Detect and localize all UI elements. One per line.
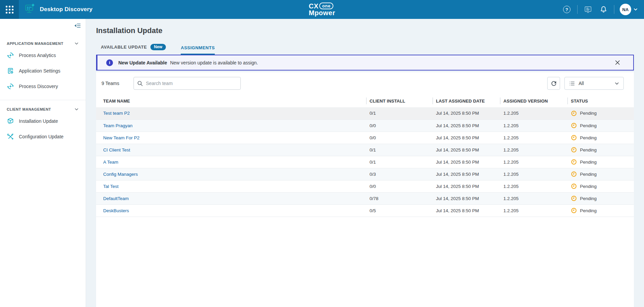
- last-assigned-date-cell: Jul 14, 2025 8:50 PM: [433, 119, 500, 132]
- table-row[interactable]: Team Pragyan 0/0 Jul 14, 2025 8:50 PM 1.…: [96, 119, 634, 132]
- table-row[interactable]: Test team P2 0/1 Jul 14, 2025 8:50 PM 1.…: [96, 107, 634, 119]
- app-launcher-button[interactable]: [0, 0, 19, 19]
- sidebar-item-installation-update[interactable]: Installation Update: [5, 114, 81, 129]
- team-link[interactable]: Test team P2: [103, 111, 130, 116]
- status-cell: Pending: [567, 144, 634, 156]
- bell-icon: [599, 5, 608, 13]
- status-cell: Pending: [567, 168, 634, 180]
- avatar: NA: [620, 4, 631, 15]
- column-header-status[interactable]: STATUS: [567, 94, 634, 107]
- team-link[interactable]: Tal Test: [103, 184, 119, 189]
- help-button[interactable]: ?: [562, 4, 572, 15]
- logo-mpower-text: Mpower: [309, 9, 335, 16]
- team-link[interactable]: New Team For P2: [103, 135, 140, 140]
- team-name-cell: A Team: [96, 156, 366, 168]
- search-icon: [137, 81, 143, 86]
- assigned-version-cell: 1.2.205: [500, 192, 567, 204]
- topbar-actions: ? NA: [562, 4, 644, 15]
- team-link[interactable]: DeskBusters: [103, 208, 129, 213]
- refresh-button[interactable]: [547, 77, 560, 90]
- pending-clock-icon: [571, 147, 577, 153]
- pending-clock-icon: [571, 183, 577, 189]
- status-cell: Pending: [567, 192, 634, 204]
- chevron-down-icon: [614, 81, 619, 86]
- filter-dropdown[interactable]: All: [564, 77, 624, 90]
- list-filter-icon: [569, 80, 575, 87]
- assigned-version-cell: 1.2.205: [500, 132, 567, 144]
- topbar-divider: [614, 5, 614, 14]
- section-label: CLIENT MANAGEMENT: [7, 107, 51, 111]
- chevron-down-icon: [74, 41, 79, 46]
- notifications-button[interactable]: [598, 4, 609, 15]
- status-cell: Pending: [567, 107, 634, 119]
- table-row[interactable]: DeskBusters 0/5 Jul 14, 2025 8:50 PM 1.2…: [96, 204, 634, 217]
- installation-update-icon: [7, 117, 14, 125]
- client-install-cell: 0/1: [366, 107, 433, 119]
- column-header-client-install[interactable]: CLIENT INSTALL: [366, 94, 433, 107]
- table-row[interactable]: DefaultTeam 0/78 Jul 14, 2025 8:50 PM 1.…: [96, 192, 634, 204]
- topbar-divider: [577, 5, 578, 14]
- cxone-mpower-logo: CX one Mpower: [309, 3, 335, 17]
- sidebar-collapse-button[interactable]: [74, 22, 81, 30]
- search-input[interactable]: [146, 81, 237, 86]
- status-label: Pending: [580, 196, 597, 201]
- section-header-client-management[interactable]: CLIENT MANAGEMENT: [5, 104, 81, 113]
- section-header-application-management[interactable]: APPLICATION MANAGEMENT: [5, 38, 81, 47]
- table-row[interactable]: Tal Test 0/0 Jul 14, 2025 8:50 PM 1.2.20…: [96, 180, 634, 192]
- table-row[interactable]: A Team 0/1 Jul 14, 2025 8:50 PM 1.2.205 …: [96, 156, 634, 168]
- column-header-assigned-version[interactable]: ASSIGNED VERSION: [500, 94, 567, 107]
- team-link[interactable]: Config Managers: [103, 172, 138, 177]
- last-assigned-date-cell: Jul 14, 2025 8:50 PM: [433, 144, 500, 156]
- banner-close-button[interactable]: [615, 60, 620, 65]
- sidebar-item-process-discovery[interactable]: Process Discovery: [5, 79, 81, 94]
- sidebar-item-configuration-update[interactable]: Configuration Update: [5, 129, 81, 144]
- app-title: Desktop Discovery: [40, 6, 92, 13]
- team-name-cell: Tal Test: [96, 180, 366, 192]
- team-link[interactable]: DefaultTeam: [103, 196, 129, 201]
- last-assigned-date-cell: Jul 14, 2025 8:50 PM: [433, 204, 500, 217]
- tab-label: AVAILABLE UPDATE: [101, 45, 147, 50]
- info-icon: i: [106, 59, 113, 66]
- user-menu[interactable]: NA: [620, 4, 638, 15]
- tab-assignments[interactable]: ASSIGNMENTS: [181, 45, 215, 55]
- status-cell: Pending: [567, 132, 634, 144]
- banner-title: New Update Available: [118, 60, 167, 65]
- table-row[interactable]: CI Client Test 0/1 Jul 14, 2025 8:50 PM …: [96, 144, 634, 156]
- tab-available-update[interactable]: AVAILABLE UPDATE New: [101, 44, 166, 55]
- pending-clock-icon: [571, 110, 577, 116]
- table-row[interactable]: New Team For P2 0/0 Jul 14, 2025 8:50 PM…: [96, 132, 634, 144]
- pending-clock-icon: [571, 159, 577, 165]
- section-label: APPLICATION MANAGEMENT: [7, 41, 63, 46]
- screen-share-button[interactable]: [583, 4, 593, 15]
- client-install-cell: 0/5: [366, 204, 433, 217]
- table-row[interactable]: Config Managers 0/3 Jul 14, 2025 8:50 PM…: [96, 168, 634, 180]
- client-install-cell: 0/0: [366, 132, 433, 144]
- status-label: Pending: [580, 208, 597, 213]
- last-assigned-date-cell: Jul 14, 2025 8:50 PM: [433, 156, 500, 168]
- assigned-version-cell: 1.2.205: [500, 107, 567, 119]
- team-link[interactable]: CI Client Test: [103, 147, 130, 152]
- sidebar-item-process-analytics[interactable]: Process Analytics: [5, 48, 81, 63]
- page-title: Installation Update: [96, 26, 634, 35]
- column-header-last-assigned-date[interactable]: LAST ASSIGNED DATE: [433, 94, 500, 107]
- pending-clock-icon: [571, 122, 577, 129]
- app-brand: Desktop Discovery: [24, 3, 92, 16]
- status-cell: Pending: [567, 204, 634, 217]
- client-install-cell: 0/0: [366, 180, 433, 192]
- application-settings-icon: [7, 67, 14, 75]
- assigned-version-cell: 1.2.205: [500, 156, 567, 168]
- tab-label: ASSIGNMENTS: [181, 45, 215, 50]
- close-icon: [615, 60, 620, 65]
- search-box[interactable]: [134, 77, 241, 90]
- team-link[interactable]: Team Pragyan: [103, 123, 133, 128]
- logo-one-bubble: one: [319, 3, 334, 9]
- process-analytics-icon: [7, 52, 14, 59]
- column-header-team-name[interactable]: TEAM NAME: [96, 94, 366, 107]
- logo-cx-text: CX: [309, 3, 319, 9]
- process-discovery-icon: [7, 83, 14, 90]
- team-name-cell: Config Managers: [96, 168, 366, 180]
- tab-bar: AVAILABLE UPDATE New ASSIGNMENTS: [96, 44, 634, 55]
- nav-item-label: Process Discovery: [19, 84, 58, 89]
- team-link[interactable]: A Team: [103, 160, 118, 165]
- sidebar-item-application-settings[interactable]: Application Settings: [5, 63, 81, 78]
